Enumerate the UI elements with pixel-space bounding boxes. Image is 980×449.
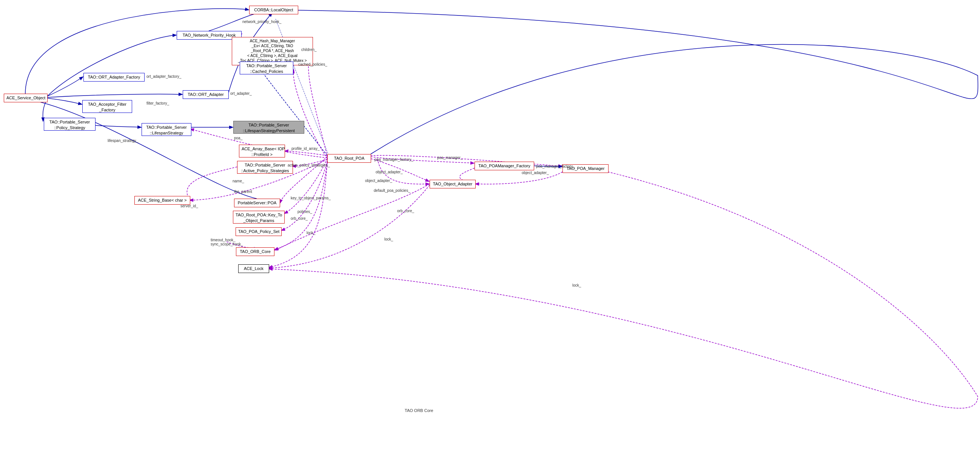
label-network-priority-hook: network_priority_hook_ <box>242 20 281 24</box>
label-children: children_ <box>301 48 317 52</box>
label-ort-adapter: ort_adapter_ <box>230 91 252 96</box>
node-tao-poa-policy-set[interactable]: TAO_POA_Policy_Set <box>235 227 282 236</box>
label-profile-id-array: profile_id_array_ <box>291 146 320 151</box>
label-poa-manager-factory-2: poa_manager_factory_ <box>536 164 575 169</box>
label-timeout-hook: timeout_hook_sync_scope_hook_ <box>211 238 243 246</box>
label-orb-core-1: orb_core_ <box>291 217 308 221</box>
node-portableserver-poa[interactable]: PortableServer::POA <box>234 199 280 207</box>
node-tao-poamanager-factory[interactable]: TAO_POAManager_Factory <box>474 162 534 170</box>
label-object-adapter-2: object_adapter_ <box>522 171 549 175</box>
node-corba-localobject[interactable]: CORBA::LocalObject <box>249 6 298 14</box>
label-poa-manager-factory-1: poa_manager_factory_ <box>374 158 414 162</box>
label-object-adapter-1: object_adapter_ <box>375 170 403 174</box>
node-ace-hash-map[interactable]: ACE_Hash_Map_Manager_Ex< ACE_CString, TA… <box>232 37 313 65</box>
label-the-parent: the_parent <box>234 189 252 194</box>
node-tao-portable-server-lifespan[interactable]: TAO::Portable_Server::LifespanStrategy <box>142 123 191 136</box>
label-default-poa-policies: default_poa_policies_ <box>374 188 410 193</box>
node-tao-portable-server-cached[interactable]: TAO::Portable_Server::Cached_Policies <box>240 62 293 75</box>
diagram-container: CORBA::LocalObject TAO_Network_Priority_… <box>0 0 980 449</box>
label-lifespan-strategy: lifespan_strategy_ <box>108 139 138 143</box>
label-orb-core-2: orb_core_ <box>397 209 414 213</box>
label-server-id: server_id_ <box>180 204 198 208</box>
node-tao-portable-server-active[interactable]: TAO::Portable_Server::Active_Policy_Stra… <box>237 161 293 174</box>
label-cached-policies: cached_policies_ <box>298 62 327 67</box>
label-poa-manager: poa_manager_ <box>437 156 463 160</box>
node-ace-lock[interactable]: ACE_Lock <box>238 264 269 273</box>
node-ace-service-object[interactable]: ACE_Service_Object <box>4 94 48 102</box>
node-tao-acceptor-filter-factory[interactable]: TAO_Acceptor_Filter_Factory <box>82 100 132 113</box>
label-object-adapter-3: object_adapter_ <box>365 178 392 183</box>
label-lock-1: lock_ <box>307 231 315 235</box>
label-policies: policies_ <box>298 210 312 214</box>
label-active-policy-strategies: active_policy_strategies_ <box>288 163 330 167</box>
node-tao-portable-server-policy-strategy[interactable]: TAO::Portable_Server::Policy_Strategy <box>44 118 95 131</box>
label-tao-orb-core-bottom: TAO ORB Core <box>405 408 433 413</box>
node-tao-root-poa[interactable]: TAO_Root_POA <box>327 154 371 163</box>
node-tao-portable-server-lifespan-persistent[interactable]: TAO::Portable_Server::LifespanStrategyPe… <box>233 121 304 134</box>
label-lock-2: lock_ <box>384 237 393 241</box>
label-name: name_ <box>232 179 244 183</box>
arrows-svg <box>0 0 980 449</box>
node-tao-root-poa-key-to-object[interactable]: TAO_Root_POA::Key_To_Object_Params <box>233 211 285 224</box>
node-tao-orb-core[interactable]: TAO_ORB_Core <box>236 247 274 256</box>
node-ace-array-base-iop[interactable]: ACE_Array_Base< IOP::ProfileId > <box>239 145 285 158</box>
node-tao-ort-adapter[interactable]: TAO::ORT_Adapter <box>183 90 229 99</box>
label-lock-3: lock_ <box>572 283 581 287</box>
node-tao-object-adapter[interactable]: TAO_Object_Adapter <box>430 180 476 188</box>
node-ace-string-base[interactable]: ACE_String_Base< char > <box>134 196 190 205</box>
node-tao-ort-adapter-factory[interactable]: TAO::ORT_Adapter_Factory <box>83 73 145 81</box>
label-filter-factory: filter_factory_ <box>146 101 169 105</box>
label-key-to-object-params: key_to_object_params_ <box>291 196 331 200</box>
label-ort-adapter-factory: ort_adapter_factory_ <box>146 75 181 78</box>
label-poa: poa_ <box>234 136 242 140</box>
